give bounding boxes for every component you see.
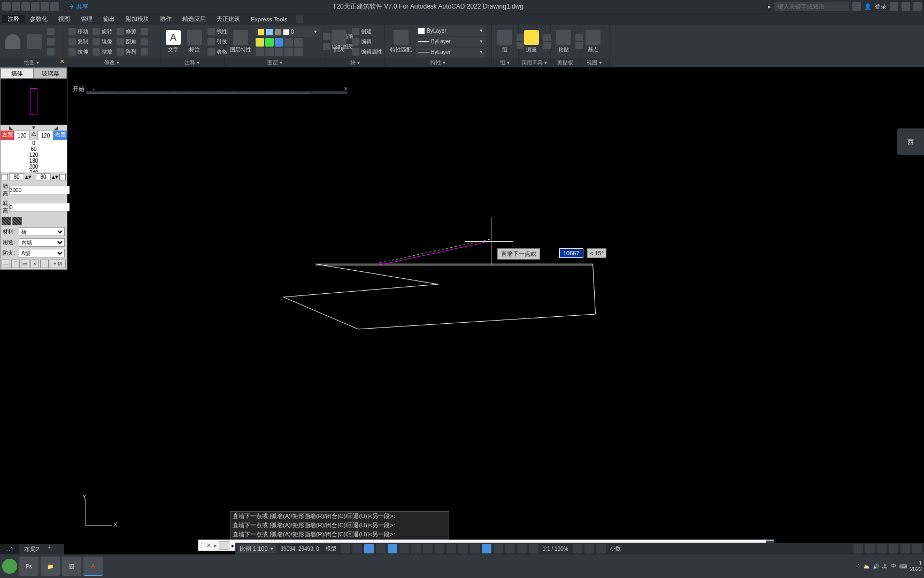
hatch-swatch[interactable]: [2, 217, 11, 225]
mode-rect-button[interactable]: ▭: [21, 260, 29, 268]
status-toggle[interactable]: [865, 544, 875, 553]
ortho-toggle[interactable]: [364, 544, 374, 553]
chevron-down-icon[interactable]: ▼: [598, 60, 603, 65]
layer-tool-icon[interactable]: [284, 38, 293, 47]
tab-featured[interactable]: 精选应用: [177, 15, 211, 23]
status-toggle[interactable]: [517, 544, 527, 553]
modify-misc1[interactable]: [140, 27, 149, 36]
paste-button[interactable]: 粘贴: [554, 29, 573, 55]
wall-palette[interactable]: ✕ 墙体 玻璃幕 ◣▼◢ 左宽 ⚠ 右宽 0 60 120 180 200 24…: [0, 67, 67, 270]
right-width-input[interactable]: [37, 131, 53, 140]
modify-misc3[interactable]: [140, 47, 149, 57]
tray-chevron-icon[interactable]: ˄: [857, 564, 860, 569]
status-toggle[interactable]: [853, 544, 863, 553]
scale-tool[interactable]: 缩放: [91, 47, 113, 57]
move-tool[interactable]: 移动: [67, 27, 89, 36]
modify-misc2[interactable]: [140, 37, 149, 47]
layer-tool-icon[interactable]: [265, 48, 274, 56]
gear-icon[interactable]: [573, 544, 582, 553]
mode-misc-button[interactable]: ×: [30, 260, 39, 268]
lineweight-dropdown[interactable]: ByLayer▼: [416, 37, 486, 47]
drawing-tab-add[interactable]: ＋: [88, 85, 100, 93]
snap-toggle[interactable]: [352, 544, 362, 553]
close-icon[interactable]: ✕: [344, 86, 348, 92]
layout-tab-2[interactable]: 布局2: [19, 544, 44, 554]
taskbar-app-ps[interactable]: Ps: [19, 557, 38, 576]
tray-cloud-icon[interactable]: ⛅: [863, 564, 869, 569]
tab-tangent[interactable]: 天正建筑: [211, 15, 245, 23]
chevron-down-icon[interactable]: ▼: [544, 60, 548, 65]
block-create[interactable]: 创建: [351, 27, 383, 36]
generic-icon[interactable]: [543, 42, 551, 49]
text-button[interactable]: A文字: [164, 29, 183, 55]
list-item[interactable]: 60: [1, 146, 67, 152]
model-space-button[interactable]: 模型: [324, 545, 338, 552]
flip-arrow-icon[interactable]: ◢: [54, 125, 58, 131]
block-attr[interactable]: 编辑属性: [351, 47, 383, 57]
tray-network-icon[interactable]: 🖧: [882, 564, 888, 569]
linetype-dropdown[interactable]: ByLayer▼: [416, 48, 486, 57]
matchprop-button[interactable]: 特性匹配: [388, 29, 414, 55]
lw-toggle[interactable]: [411, 544, 421, 553]
flip-arrow-icon[interactable]: ▼: [31, 125, 36, 131]
mode-straight-button[interactable]: —: [2, 260, 10, 268]
palette-close-icon[interactable]: ✕: [57, 57, 67, 67]
3dosnap-toggle[interactable]: [458, 544, 468, 553]
chevron-down-icon[interactable]: ▼: [116, 60, 120, 65]
layer-tool-icon[interactable]: [256, 38, 264, 47]
layer-props-button[interactable]: 图层特性: [228, 29, 253, 55]
arc-button[interactable]: [3, 33, 22, 50]
list-item[interactable]: 200: [1, 164, 67, 170]
drawing-canvas[interactable]: 直墙下一点或 10667 < 15° X Y: [70, 94, 924, 543]
status-toggle[interactable]: [877, 544, 887, 553]
usage-select[interactable]: 内墙: [19, 238, 65, 247]
help-icon[interactable]: [913, 2, 922, 11]
units-dropdown[interactable]: 小数: [608, 545, 623, 552]
list-item[interactable]: 120: [1, 152, 67, 158]
polyline-button[interactable]: [25, 33, 44, 50]
isolate-icon[interactable]: [889, 544, 898, 553]
basepoint-button[interactable]: 基点: [583, 29, 603, 55]
infer-toggle[interactable]: [482, 544, 491, 553]
otrack-toggle[interactable]: [399, 544, 409, 553]
list-item[interactable]: 0: [1, 140, 67, 146]
dim-button[interactable]: 标注: [185, 29, 204, 55]
osnap-toggle[interactable]: [388, 544, 397, 553]
qat-undo-icon[interactable]: [41, 2, 49, 11]
spinner-icon[interactable]: ▴▾: [52, 173, 58, 180]
color-dropdown[interactable]: ByLayer▼: [416, 26, 486, 36]
wall-width-list[interactable]: 0 60 120 180 200 240 360: [1, 140, 67, 172]
tray-clock[interactable]: 1 2022: [910, 560, 922, 572]
spinner-icon[interactable]: ▴▾: [25, 173, 32, 180]
status-toggle[interactable]: [584, 544, 594, 553]
tab-express[interactable]: Express Tools: [245, 16, 292, 22]
app-menu-icon[interactable]: [902, 2, 910, 11]
qat-saveas-icon[interactable]: [12, 2, 20, 11]
polar-toggle[interactable]: [376, 544, 386, 553]
mode-more-button[interactable]: + M: [50, 260, 66, 268]
fire-select[interactable]: A级: [19, 249, 65, 257]
ellipse-tool[interactable]: [46, 37, 56, 47]
layout-tab-add[interactable]: +: [44, 544, 54, 554]
array-tool[interactable]: 阵列: [116, 47, 137, 57]
wall-height-input[interactable]: [9, 186, 78, 194]
drawing-tab-start[interactable]: 开始: [70, 85, 88, 93]
cmdline-close-icon[interactable]: ✕: [205, 542, 212, 549]
tab-output[interactable]: 输出: [98, 15, 120, 23]
annomon-toggle[interactable]: [494, 544, 503, 553]
login-label[interactable]: 登录: [875, 3, 887, 11]
tab-addins[interactable]: 附加模块: [120, 15, 155, 23]
tab-view[interactable]: 视图: [53, 15, 75, 23]
fillet-tool[interactable]: 圆角: [116, 37, 137, 47]
layer-tool-icon[interactable]: [275, 38, 283, 47]
start-button[interactable]: [2, 559, 17, 574]
tab-wall[interactable]: 墙体: [1, 68, 34, 79]
tab-curtain[interactable]: 玻璃幕: [34, 68, 67, 79]
view-cube[interactable]: 西: [897, 128, 924, 155]
dynamic-distance-input[interactable]: 10667: [559, 248, 583, 258]
layer-dropdown[interactable]: 0 ▼: [256, 27, 320, 37]
chevron-down-icon[interactable]: ▼: [279, 60, 283, 65]
annoauto-toggle[interactable]: [505, 544, 515, 553]
cart-icon[interactable]: [890, 2, 898, 11]
ducs-toggle[interactable]: [470, 544, 480, 553]
